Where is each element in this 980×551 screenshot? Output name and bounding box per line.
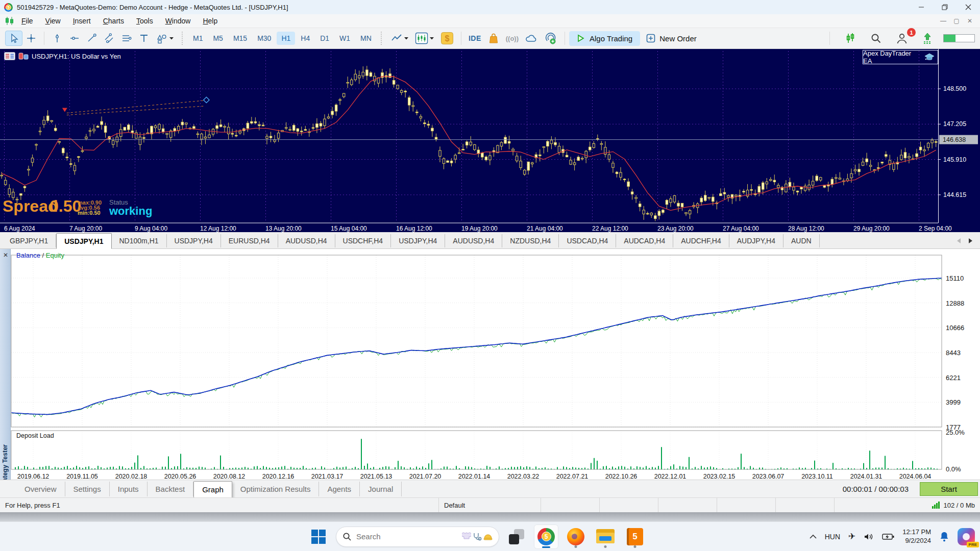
symbol-tab[interactable]: AUDUSD,H4 [445,234,502,247]
algo-trading-button[interactable]: Algo Trading [569,31,640,46]
chart-minimize-button[interactable]: — [939,17,947,24]
tester-tab[interactable]: Graph [193,481,232,498]
search-input[interactable] [356,532,443,541]
restore-button[interactable] [933,0,957,14]
timeframe-button[interactable]: M5 [208,32,227,45]
tester-tab[interactable]: Overview [16,482,65,496]
market-button[interactable] [484,31,503,46]
line-chart-type-button[interactable] [387,31,412,46]
graduation-cap-icon[interactable] [924,53,935,61]
taskbar-explorer-app[interactable] [593,524,618,549]
crosshair-tool-button[interactable] [22,31,40,46]
new-order-button[interactable]: New Order [640,31,703,45]
tester-tab[interactable]: Settings [65,482,110,496]
tester-graph-canvas[interactable]: 151101288810666844362213999177725.0%0.0%… [0,249,980,480]
menu-item[interactable]: Insert [67,15,97,27]
symbol-tab[interactable]: GBPJPY,H1 [2,234,56,247]
copilot-icon[interactable]: PRE [958,528,975,545]
tester-tab[interactable]: Backtest [148,482,194,496]
taskbar-mt5-app[interactable]: 5 [534,524,558,549]
symbol-tab[interactable]: AUDUSD,H4 [278,234,335,247]
symbol-tab[interactable]: AUDN [783,234,820,247]
chart-restore-button[interactable]: ▢ [952,17,961,24]
menu-item[interactable]: Tools [130,15,159,27]
taskbar-mt5-setup-app[interactable]: 5 [623,524,647,549]
symbol-tab[interactable]: AUDCHF,H4 [673,234,729,247]
chart-window-controls: — ▢ ✕ [939,17,980,24]
signals-button[interactable]: ((o)) [503,31,522,46]
vertical-line-tool-button[interactable] [48,31,66,46]
channel-tool-button[interactable] [101,31,118,46]
scroll-left-icon[interactable] [957,238,961,244]
timeframe-button[interactable]: MN [356,32,376,45]
symbol-tab[interactable]: USDJPY,H4 [391,234,445,247]
symbol-tab[interactable]: USDJPY,H4 [167,234,221,247]
svg-text:2020.12.16: 2020.12.16 [262,473,295,480]
symbol-tab[interactable]: USDCHF,H4 [335,234,391,247]
tester-tab[interactable]: Journal [360,482,402,496]
depth-of-market-button[interactable] [841,31,860,46]
battery-icon[interactable] [882,533,894,540]
notification-bell-icon[interactable] [939,531,949,542]
svg-text:8443: 8443 [946,349,961,357]
symbol-tab[interactable]: USDJPY,H1 [56,233,111,249]
connection-level-button[interactable] [919,31,936,46]
tray-chevron-up-icon[interactable] [810,534,817,539]
close-button[interactable] [957,0,980,14]
tester-tab[interactable]: Optimization Results [232,482,320,496]
menu-item[interactable]: Help [197,15,224,27]
shapes-tool-button[interactable] [153,31,177,46]
start-button[interactable]: Start [920,482,978,496]
statusbar-profile[interactable]: Default [439,498,541,512]
strategy-tester-strip[interactable]: Strategy Tester [0,249,11,497]
timeframe-button[interactable]: H4 [296,32,314,45]
symbol-tab[interactable]: AUDCAD,H4 [616,234,673,247]
svg-text:6221: 6221 [946,374,961,382]
menu-item[interactable]: Charts [97,15,130,27]
symbol-tab[interactable]: AUDJPY,H4 [729,234,783,247]
symbol-tab[interactable]: NZDUSD,H4 [502,234,559,247]
text-tool-button[interactable] [135,31,153,46]
volume-icon[interactable] [864,533,874,541]
task-view-button[interactable] [504,524,529,549]
indicators-button[interactable] [412,31,437,46]
menu-item[interactable]: Window [159,15,197,27]
tester-tab[interactable]: Agents [319,482,360,496]
profile-button[interactable]: 1 [892,31,912,46]
timeframe-button[interactable]: M30 [253,32,276,45]
timeframe-button[interactable]: W1 [335,32,355,45]
vps-button[interactable] [541,31,560,46]
svg-text:25.0%: 25.0% [946,429,965,436]
timeframe-button[interactable]: H1 [277,32,295,45]
airplane-mode-icon[interactable]: ✈ [848,531,855,542]
taskbar-firefox-app[interactable] [564,524,588,549]
minimize-button[interactable] [910,0,933,14]
search-button[interactable] [867,31,885,46]
menu-item[interactable]: File [15,15,39,27]
quotes-table-icon[interactable] [4,52,15,60]
trendline-tool-button[interactable] [83,31,101,46]
fibonacci-tool-button[interactable] [118,31,135,46]
cloud-button[interactable] [522,31,541,46]
one-click-trading-icon[interactable] [18,52,29,60]
statusbar: For Help, press F1 Default 102 / 0 Mb [0,497,980,512]
menu-item[interactable]: View [39,15,67,27]
language-indicator[interactable]: HUN [825,533,840,541]
symbol-tab[interactable]: EURUSD,H4 [221,234,278,247]
chart-close-button[interactable]: ✕ [966,17,974,24]
tester-tab[interactable]: Inputs [110,482,148,496]
cursor-tool-button[interactable] [5,31,22,46]
close-tester-button[interactable]: ✕ [2,252,9,259]
timeframe-button[interactable]: M15 [229,32,252,45]
horizontal-line-tool-button[interactable] [66,31,83,46]
symbol-tab[interactable]: USDCAD,H4 [559,234,616,247]
ide-button[interactable]: IDE [465,31,484,46]
timeframe-button[interactable]: M1 [188,32,207,45]
symbol-tab[interactable]: ND100m,H1 [112,234,167,247]
taskbar-search[interactable] [336,527,499,547]
tray-clock[interactable]: 12:17 PM 9/2/2024 [902,528,931,545]
timeframe-button[interactable]: D1 [315,32,334,45]
scroll-right-icon[interactable] [968,238,973,244]
start-button-taskbar[interactable] [306,524,331,549]
quotes-button[interactable]: $ [437,31,457,46]
